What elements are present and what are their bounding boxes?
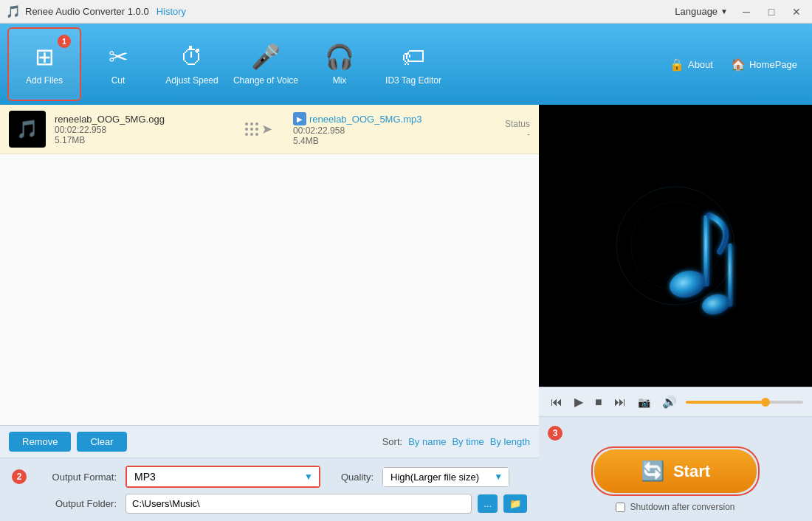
- start-icon: 🔄: [641, 460, 664, 483]
- doc-icon: ▶: [293, 112, 306, 125]
- player-controls: ⏮ ▶ ■ ⏭ 📷 🔊: [539, 387, 812, 416]
- bottom-controls: Remove Clear Sort: By name By time By le…: [0, 425, 539, 458]
- source-duration: 00:02:22.958: [55, 125, 224, 135]
- shutdown-label: Shutdown after conversion: [630, 502, 734, 512]
- mix-icon: 🎧: [325, 43, 354, 71]
- output-size: 5.4MB: [293, 136, 462, 146]
- start-label: Start: [673, 462, 710, 481]
- change-of-voice-button[interactable]: 🎤 Change of Voice: [229, 27, 303, 101]
- shutdown-checkbox[interactable]: [616, 503, 625, 512]
- id3-tag-editor-icon: 🏷: [402, 44, 425, 71]
- title-bar-left: 🎵 Renee Audio Converter 1.0.0 History: [6, 4, 186, 18]
- language-dropdown-icon[interactable]: ▼: [720, 7, 728, 15]
- quality-label: Quality:: [341, 472, 374, 483]
- quality-select-wrapper: High(Larger file size) Medium Low ▼: [382, 467, 509, 487]
- history-link[interactable]: History: [156, 6, 186, 17]
- next-button[interactable]: ⏭: [611, 394, 629, 410]
- browse-button[interactable]: ...: [478, 494, 498, 513]
- svg-point-2: [700, 291, 732, 317]
- shutdown-row: Shutdown after conversion: [616, 502, 734, 512]
- left-panel: 🎵 reneelab_OOG_5MG.ogg 00:02:22.958 5.17…: [0, 105, 539, 521]
- sort-label: Sort:: [382, 436, 402, 447]
- homepage-icon: 🏠: [731, 58, 746, 72]
- dot: [245, 123, 248, 125]
- dot: [255, 133, 258, 136]
- source-filename: reneelab_OOG_5MG.ogg: [55, 114, 224, 125]
- folder-input[interactable]: [125, 494, 472, 514]
- step3-badge: 3: [548, 426, 562, 441]
- file-output-info: ▶ reneelab_OOG_5MG.mp3 00:02:22.958 5.4M…: [293, 112, 462, 146]
- output-folder-row: 2 Output Folder: ... 📁: [12, 494, 527, 514]
- sort-by-length[interactable]: By length: [490, 436, 530, 447]
- sort-area: Sort: By name By time By length: [382, 436, 530, 447]
- format-select[interactable]: MP3 WAV AAC FLAC OGG WMA: [127, 467, 319, 486]
- mix-label: Mix: [333, 75, 347, 86]
- remove-button[interactable]: Remove: [9, 432, 71, 452]
- sort-by-time[interactable]: By time: [452, 436, 484, 447]
- dot: [250, 128, 253, 131]
- settings-bar: 2 Output Format: MP3 WAV AAC FLAC OGG WM…: [0, 458, 539, 521]
- cut-button[interactable]: ✂ Cut: [81, 27, 155, 101]
- dot: [250, 133, 253, 136]
- language-label: Language: [675, 6, 718, 17]
- adjust-speed-button[interactable]: ⏱ Adjust Speed: [155, 27, 229, 101]
- output-format-label: Output Format:: [35, 472, 117, 483]
- homepage-label: HomePage: [749, 59, 797, 70]
- close-button[interactable]: ✕: [787, 4, 806, 19]
- file-item: 🎵 reneelab_OOG_5MG.ogg 00:02:22.958 5.17…: [0, 105, 539, 154]
- start-button[interactable]: 🔄 Start: [594, 449, 757, 493]
- play-button[interactable]: ▶: [571, 393, 586, 410]
- toolbar-right: 🔒 About 🏠 HomePage: [662, 53, 805, 76]
- quality-select[interactable]: High(Larger file size) Medium Low: [383, 468, 509, 486]
- toolbar: 1 ⊞ Add Files ✂ Cut ⏱ Adjust Speed 🎤 Cha…: [0, 24, 812, 105]
- conversion-arrow: ➤: [233, 121, 284, 137]
- status-value: -: [471, 129, 530, 139]
- svg-rect-3: [728, 244, 733, 307]
- language-selector[interactable]: Language ▼: [675, 6, 728, 17]
- dot: [255, 128, 258, 131]
- about-label: About: [688, 59, 713, 70]
- homepage-button[interactable]: 🏠 HomePage: [723, 53, 805, 76]
- file-source-info: reneelab_OOG_5MG.ogg 00:02:22.958 5.17MB: [55, 114, 224, 145]
- app-title: Renee Audio Converter 1.0.0: [25, 6, 149, 17]
- music-visual: [602, 172, 749, 320]
- file-thumbnail: 🎵: [9, 111, 46, 148]
- add-files-label: Add Files: [26, 75, 63, 86]
- output-duration: 00:02:22.958: [293, 125, 462, 136]
- svg-point-0: [667, 267, 708, 302]
- volume-slider[interactable]: [686, 401, 803, 404]
- volume-button[interactable]: 🔊: [659, 393, 680, 410]
- svg-rect-1: [703, 215, 709, 287]
- main-area: 🎵 reneelab_OOG_5MG.ogg 00:02:22.958 5.17…: [0, 105, 812, 521]
- file-list: 🎵 reneelab_OOG_5MG.ogg 00:02:22.958 5.17…: [0, 105, 539, 425]
- about-button[interactable]: 🔒 About: [662, 53, 720, 76]
- change-of-voice-label: Change of Voice: [233, 75, 298, 86]
- start-btn-wrapper: 🔄 Start: [591, 446, 760, 496]
- adjust-speed-icon: ⏱: [180, 44, 204, 71]
- format-select-wrapper: MP3 WAV AAC FLAC OGG WMA ▼: [125, 466, 320, 488]
- change-of-voice-icon: 🎤: [251, 43, 281, 71]
- step2-badge: 2: [12, 469, 27, 484]
- open-folder-button[interactable]: 📁: [503, 494, 527, 513]
- screenshot-button[interactable]: 📷: [635, 395, 653, 410]
- adjust-speed-label: Adjust Speed: [165, 75, 218, 86]
- dot: [255, 123, 258, 125]
- sort-by-name[interactable]: By name: [408, 436, 446, 447]
- minimize-button[interactable]: ─: [737, 4, 756, 19]
- id3-tag-editor-label: ID3 Tag Editor: [385, 75, 441, 86]
- stop-button[interactable]: ■: [592, 394, 605, 410]
- cut-icon: ✂: [109, 43, 128, 71]
- app-icon: 🎵: [6, 4, 21, 18]
- restore-button[interactable]: □: [762, 4, 781, 19]
- music-icon: 🎵: [16, 119, 38, 139]
- dots-grid: [245, 123, 258, 136]
- clear-button[interactable]: Clear: [77, 432, 126, 452]
- mix-button[interactable]: 🎧 Mix: [303, 27, 376, 101]
- add-files-button[interactable]: 1 ⊞ Add Files: [7, 27, 81, 101]
- status-label: Status: [471, 119, 530, 129]
- about-icon: 🔒: [670, 58, 684, 72]
- output-folder-label: Output Folder:: [35, 498, 117, 509]
- id3-tag-editor-button[interactable]: 🏷 ID3 Tag Editor: [376, 27, 450, 101]
- start-area: 3 🔄 Start Shutdown after conversion: [539, 416, 812, 521]
- prev-button[interactable]: ⏮: [548, 394, 565, 410]
